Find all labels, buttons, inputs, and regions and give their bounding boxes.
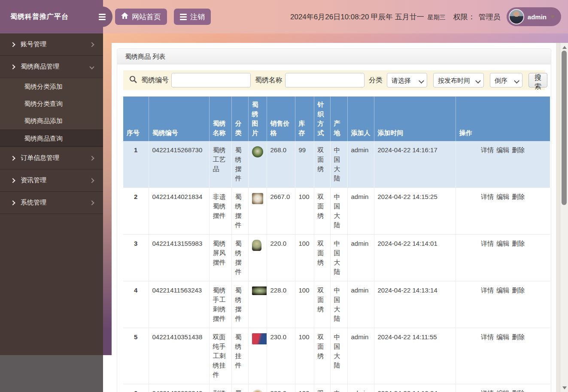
home-button[interactable]: 网站首页 [115, 9, 167, 25]
product-thumbnail[interactable] [252, 240, 261, 251]
sidebar-toggle-button[interactable] [92, 6, 112, 27]
table-cell: 蜀绣手工刺绣摆件 [209, 281, 231, 328]
chevron-right-icon [10, 178, 15, 183]
table-cell: admin [347, 188, 374, 235]
chevron-right-icon [10, 200, 15, 205]
product-thumbnail[interactable] [252, 333, 267, 344]
table-cell [248, 141, 267, 188]
logout-button[interactable]: 注销 [174, 9, 211, 25]
edit-link[interactable]: 编辑 [496, 146, 509, 154]
sidebar-subitem[interactable]: 蜀绣商品查询 [0, 130, 103, 147]
table-cell: 双面绣 [314, 328, 330, 384]
sidebar-item[interactable]: 账号管理 [0, 33, 103, 56]
table-cell: 04221414021834 [149, 188, 209, 235]
chevron-right-icon [89, 42, 94, 47]
sidebar-item[interactable]: 蜀绣商品管理 [0, 56, 103, 78]
product-thumbnail[interactable] [252, 193, 263, 204]
sidebar-item[interactable]: 系统管理 [0, 192, 103, 214]
delete-link[interactable]: 删除 [512, 240, 525, 247]
table-cell: 中国大陆 [330, 281, 347, 328]
table-cell: admin [347, 328, 374, 384]
category-filter-label: 分类 [369, 76, 383, 85]
table-header-row: 序号蜀绣编号蜀绣名称分类蜀绣图片销售价格库存针织方式产地添加人添加时间操作 [123, 96, 550, 141]
sidebar-item[interactable]: 订单信息管理 [0, 147, 103, 169]
edit-link[interactable]: 编辑 [496, 193, 509, 200]
list-panel: 蜀绣商品 列表 蜀绣编号 蜀绣名称 分类 请选择 按发布时间 倒序 搜索 序号蜀… [117, 48, 551, 392]
table-cell: 5 [123, 328, 149, 384]
detail-link[interactable]: 详情 [481, 389, 494, 392]
scroll-down-button[interactable] [560, 384, 568, 391]
sidebar-submenu: 蜀绣分类添加蜀绣分类查询蜀绣商品添加蜀绣商品查询 [0, 78, 103, 147]
detail-link[interactable]: 详情 [481, 240, 494, 247]
edit-link[interactable]: 编辑 [496, 389, 509, 392]
table-cell: 蜀绣摆件 [231, 141, 248, 188]
search-icon [129, 75, 137, 85]
detail-link[interactable]: 详情 [481, 333, 494, 341]
hamburger-icon [99, 14, 106, 20]
table-cell: 蜀绣摆件 [231, 384, 248, 392]
table-cell: 中国大陆 [330, 188, 347, 235]
product-thumbnail[interactable] [252, 146, 263, 157]
table-cell: 蜀绣挂件 [231, 328, 248, 384]
table-cell: 2 [123, 188, 149, 235]
edit-link[interactable]: 编辑 [496, 333, 509, 341]
table-cell: 100 [295, 384, 314, 392]
sidebar-subitem[interactable]: 蜀绣分类添加 [0, 78, 103, 95]
column-header: 销售价格 [267, 96, 295, 141]
filter-bar: 蜀绣编号 蜀绣名称 分类 请选择 按发布时间 倒序 搜索 [123, 70, 545, 90]
app-title: 蜀绣科普推广平台 [10, 12, 69, 21]
column-header: 分类 [231, 96, 248, 141]
column-header: 操作 [456, 96, 550, 141]
category-select[interactable]: 请选择 [387, 73, 427, 87]
edit-link[interactable]: 编辑 [496, 286, 509, 294]
table-cell: 2024-04-22 14:14:01 [374, 235, 456, 281]
scrollbar-thumb[interactable] [562, 51, 567, 205]
content-right-gutter [556, 43, 560, 392]
table-cell: 双面绣 [314, 235, 330, 281]
delete-link[interactable]: 删除 [512, 146, 525, 154]
user-menu[interactable]: admin [507, 7, 561, 26]
vertical-scrollbar[interactable] [560, 43, 568, 392]
chevron-right-icon [89, 200, 94, 205]
table-cell: 04221410351438 [149, 328, 209, 384]
table-cell: 100 [295, 235, 314, 281]
table-cell [248, 188, 267, 235]
table-cell: 268.0 [267, 141, 295, 188]
name-filter-label: 蜀绣名称 [255, 76, 282, 85]
detail-link[interactable]: 详情 [481, 193, 494, 200]
column-header: 添加时间 [374, 96, 456, 141]
table-cell: 1 [123, 141, 149, 188]
weekday-text: 星期三 [428, 14, 446, 21]
logout-button-label: 注销 [190, 12, 205, 22]
sidebar-item-label: 账号管理 [21, 40, 46, 48]
sidebar-footer [0, 355, 103, 392]
delete-link[interactable]: 删除 [512, 193, 525, 200]
delete-link[interactable]: 删除 [512, 286, 525, 294]
code-filter-input[interactable] [171, 73, 251, 87]
table-cell: 详情编辑删除 [456, 188, 550, 235]
delete-link[interactable]: 删除 [512, 389, 525, 392]
detail-link[interactable]: 详情 [481, 146, 494, 154]
sidebar-subitem[interactable]: 蜀绣分类查询 [0, 95, 103, 112]
edit-link[interactable]: 编辑 [496, 240, 509, 247]
table-row: 604221409098240刺绣双面绣蜀绣摆件280.0100双面绣中国大陆a… [123, 384, 550, 392]
sidebar-subitem[interactable]: 蜀绣商品添加 [0, 112, 103, 130]
search-button[interactable]: 搜索 [529, 73, 547, 87]
name-filter-input[interactable] [285, 73, 364, 87]
table-cell: 04221415268730 [149, 141, 209, 188]
sort-field-select[interactable]: 按发布时间 [433, 73, 484, 87]
delete-link[interactable]: 删除 [512, 333, 525, 341]
sidebar-item-label: 蜀绣商品管理 [21, 63, 59, 71]
home-icon [121, 12, 128, 21]
product-thumbnail[interactable] [252, 389, 263, 392]
table-cell: 刺绣双面绣 [209, 384, 231, 392]
panel-body: 蜀绣编号 蜀绣名称 分类 请选择 按发布时间 倒序 搜索 序号蜀绣编号蜀绣名称分… [117, 64, 551, 392]
scroll-up-button[interactable] [560, 44, 568, 51]
table-cell: 双面纯手工刺绣挂件 [209, 328, 231, 384]
table-row: 404221411563243蜀绣手工刺绣摆件蜀绣摆件228.0100双面绣中国… [123, 281, 550, 328]
sidebar-item[interactable]: 资讯管理 [0, 169, 103, 192]
table-cell: 双面绣 [314, 188, 330, 235]
detail-link[interactable]: 详情 [481, 286, 494, 294]
chevron-right-icon [10, 156, 15, 160]
sort-order-select[interactable]: 倒序 [490, 73, 522, 87]
